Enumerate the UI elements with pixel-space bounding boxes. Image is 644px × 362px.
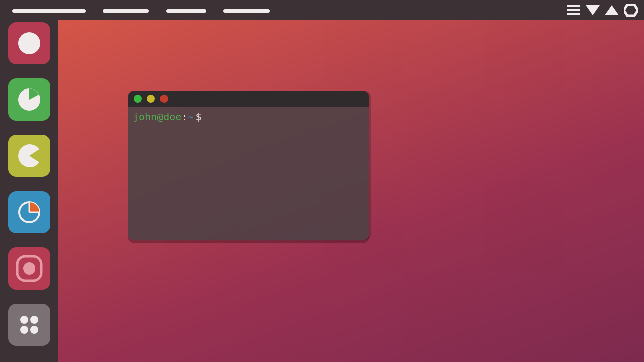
dock-app-circle[interactable] bbox=[8, 22, 50, 64]
menu-icon[interactable] bbox=[567, 3, 581, 17]
desktop[interactable]: john@doe:~$ bbox=[58, 20, 644, 362]
svg-point-12 bbox=[23, 262, 35, 275]
ring-icon bbox=[14, 253, 44, 284]
svg-rect-2 bbox=[567, 13, 580, 15]
top-panel bbox=[0, 0, 644, 20]
launcher-dock bbox=[0, 20, 58, 362]
dock-app-ring[interactable] bbox=[8, 247, 50, 290]
terminal-body[interactable]: john@doe:~$ bbox=[128, 107, 369, 127]
svg-point-13 bbox=[20, 316, 28, 324]
pie-notch-icon bbox=[17, 87, 42, 112]
svg-point-14 bbox=[30, 316, 38, 324]
pac-icon bbox=[17, 143, 42, 168]
prompt-path: ~ bbox=[187, 111, 193, 123]
dock-app-pac[interactable] bbox=[8, 135, 50, 177]
traffic-light-red[interactable] bbox=[160, 95, 168, 103]
svg-marker-4 bbox=[605, 5, 619, 15]
dots-grid-icon bbox=[17, 312, 42, 337]
svg-point-16 bbox=[30, 326, 38, 334]
svg-point-6 bbox=[18, 32, 40, 54]
menu-item[interactable] bbox=[12, 9, 86, 13]
svg-rect-0 bbox=[567, 5, 580, 7]
menu-item[interactable] bbox=[166, 9, 206, 13]
indicator-area bbox=[567, 3, 638, 17]
triangle-down-icon[interactable] bbox=[586, 3, 600, 17]
svg-point-15 bbox=[20, 326, 28, 334]
window-titlebar[interactable] bbox=[128, 90, 369, 107]
dock-app-chart[interactable] bbox=[8, 78, 50, 121]
traffic-light-yellow[interactable] bbox=[147, 95, 155, 103]
svg-marker-3 bbox=[586, 5, 600, 15]
terminal-window[interactable]: john@doe:~$ bbox=[128, 90, 369, 240]
svg-rect-1 bbox=[567, 9, 580, 11]
dock-app-pie[interactable] bbox=[8, 191, 50, 233]
traffic-light-green[interactable] bbox=[134, 95, 142, 103]
circle-icon bbox=[17, 31, 42, 56]
svg-marker-5 bbox=[624, 5, 638, 16]
prompt-user: john@doe bbox=[133, 111, 181, 123]
prompt-separator: : bbox=[181, 111, 187, 123]
menu-bar bbox=[12, 9, 270, 13]
dock-app-grid[interactable] bbox=[8, 304, 50, 346]
pie-outline-icon bbox=[17, 200, 42, 225]
menu-item[interactable] bbox=[223, 9, 270, 13]
menu-item[interactable] bbox=[103, 9, 149, 13]
triangle-up-icon[interactable] bbox=[605, 3, 619, 17]
hexagon-icon[interactable] bbox=[624, 3, 638, 17]
prompt-symbol: $ bbox=[195, 111, 201, 123]
screen: john@doe:~$ bbox=[0, 0, 644, 362]
